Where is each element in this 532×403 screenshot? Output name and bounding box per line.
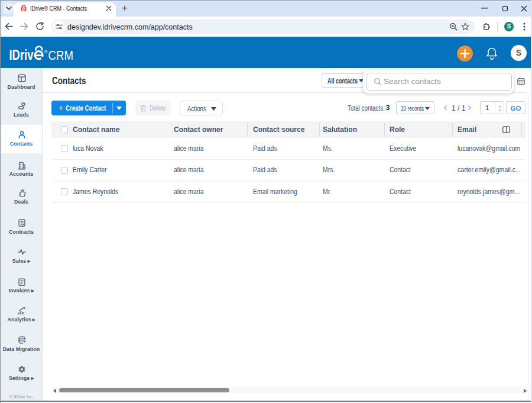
svg-text:CRM: CRM	[48, 49, 74, 62]
svg-text:IDriv: IDriv	[9, 47, 34, 62]
svg-text:®: ®	[44, 49, 48, 54]
